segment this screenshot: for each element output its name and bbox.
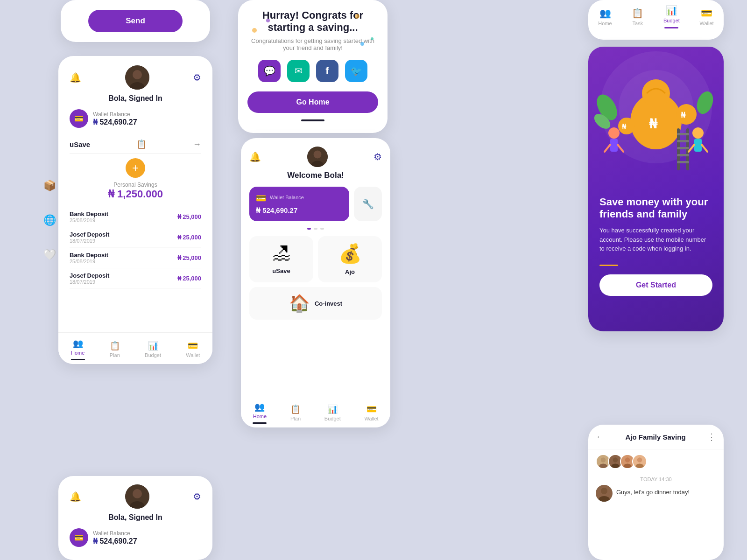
nav-budget[interactable]: 📊 Budget [324, 404, 341, 421]
bnav-wallet-label: Wallet [700, 21, 714, 26]
bnav-task[interactable]: 📋 Task [632, 7, 643, 26]
wallet-balance-card[interactable]: 💳 Wallet Balance ₦ 524,690.27 [249, 187, 349, 221]
personal-savings: Personal Savings ₦ 1,250.000 [70, 182, 201, 200]
secondary-balance-card[interactable]: 🔧 [354, 187, 382, 221]
nav-plan-label: Plan [290, 416, 301, 421]
nav-item-budget[interactable]: 📊 Budget [145, 341, 161, 358]
settings-icon[interactable]: ⚙ [374, 151, 382, 162]
txn-amount: ₦ 25,000 [177, 275, 201, 282]
ajo-feature[interactable]: 💰 Ajo [318, 236, 382, 282]
nav-home[interactable]: 👥 Home [253, 402, 267, 424]
home-indicator-bar [301, 119, 324, 121]
card-ajo: ← Ajo Family Saving ⋮ TODAY 14:30 Guys, … [588, 425, 724, 560]
wallet-icon: 💳 [70, 109, 88, 128]
bell-icon[interactable]: 🔔 [249, 151, 261, 162]
bnav-home[interactable]: 👥 Home [598, 7, 612, 26]
svg-point-4 [313, 150, 321, 158]
svg-rect-23 [610, 139, 618, 152]
wallet-nav-icon: 💳 [188, 341, 198, 351]
active-indicator [664, 27, 678, 28]
txn-label: Bank Deposit [70, 210, 108, 217]
table-row: Josef Deposit18/07/2019 ₦ 25,000 [70, 227, 201, 248]
signed-in-label: Bola, Signed In [70, 513, 201, 522]
nav-item-wallet[interactable]: 💳 Wallet [186, 341, 200, 358]
more-options-button[interactable]: ⋮ [707, 431, 716, 442]
svg-line-24 [605, 145, 610, 152]
home-icon: 👥 [73, 338, 83, 349]
chat-message: Guys, let's go dinner today! [596, 485, 716, 502]
wallet-balance-amount: ₦ 524,690.27 [93, 537, 137, 546]
budget-icon: 📊 [148, 341, 158, 351]
nav-wallet[interactable]: 💳 Wallet [364, 404, 378, 421]
bnav-budget[interactable]: 📊 Budget [663, 5, 680, 28]
nav-label-plan: Plan [110, 352, 120, 358]
send-button[interactable]: Send [88, 10, 183, 32]
wallet-icon: 💳 [70, 528, 88, 547]
purple-illustration: ₦ ₦ ₦ [588, 47, 724, 187]
usave-row[interactable]: uSave 📋 → [70, 135, 201, 154]
bottom-left-content: 🔔 ⚙ Bola, Signed In 💳 Wallet Balance ₦ 5… [58, 476, 212, 547]
svg-text:₦: ₦ [622, 123, 627, 130]
profile-header: 🔔 ⚙ [70, 65, 201, 90]
sidebar-icon-2[interactable]: 🌐 [41, 212, 58, 229]
nav-plan[interactable]: 📋 Plan [290, 404, 301, 421]
sidebar-icon-3[interactable]: 🤍 [41, 246, 58, 263]
svg-point-49 [601, 488, 607, 494]
confetti [266, 19, 270, 22]
sidebar-icon-1[interactable]: 📦 [41, 177, 58, 194]
coinvest-feature[interactable]: 🏠 Co-invest [249, 287, 382, 320]
get-started-button[interactable]: Get Started [599, 274, 712, 296]
pagination-dots [249, 228, 382, 230]
personal-savings-label: Personal Savings [70, 182, 201, 188]
table-row: Josef Deposit18/07/2019 ₦ 25,000 [70, 268, 201, 289]
nav-wallet-label: Wallet [364, 416, 378, 421]
bnav-wallet[interactable]: 💳 Wallet [700, 7, 714, 26]
back-button[interactable]: ← [596, 432, 604, 442]
bell-icon[interactable]: 🔔 [70, 491, 81, 502]
card-budget-nav: 👥 Home 📋 Task 📊 Budget 💳 Wallet [588, 0, 724, 40]
wallet-balance-box: 💳 Wallet Balance ₦ 524,690.27 [70, 109, 201, 128]
card-welcome: 🔔 ⚙ Welcome Bola! 💳 Wallet Balance ₦ 524… [241, 138, 390, 427]
timestamp: TODAY 14:30 [588, 474, 724, 485]
ajo-icon: 💰 [323, 243, 377, 265]
txn-date: 18/07/2019 [70, 238, 109, 244]
svg-rect-18 [677, 140, 689, 142]
usave-feature[interactable]: 🏖 uSave [249, 236, 313, 282]
nav-label-budget: Budget [145, 352, 161, 358]
table-row: Bank Deposit25/08/2019 ₦ 25,000 [70, 248, 201, 268]
share-message-button[interactable]: 💬 [258, 60, 281, 82]
home-icon: 👥 [599, 7, 611, 19]
usave-icon: 📋 [136, 139, 147, 149]
add-button[interactable]: + [126, 158, 145, 178]
svg-point-9 [642, 79, 670, 107]
settings-icon[interactable]: ⚙ [193, 491, 201, 502]
nav-budget-label: Budget [324, 416, 341, 421]
svg-point-26 [692, 127, 704, 139]
bell-icon[interactable]: 🔔 [70, 72, 81, 83]
budget-nav: 👥 Home 📋 Task 📊 Budget 💳 Wallet [588, 0, 724, 33]
arrow-right-icon: → [193, 140, 201, 149]
svg-rect-20 [677, 154, 689, 156]
signed-in-label: Bola, Signed In [70, 94, 201, 103]
bnav-home-label: Home [598, 21, 612, 26]
svg-point-43 [625, 457, 630, 462]
share-email-button[interactable]: ✉ [287, 60, 310, 82]
congrats-subtitle: Congratulations for getting saving start… [247, 37, 378, 51]
nav-label-wallet: Wallet [186, 352, 200, 358]
nav-item-home[interactable]: 👥 Home [71, 338, 85, 360]
share-facebook-button[interactable]: f [316, 60, 338, 82]
txn-amount: ₦ 25,000 [177, 254, 201, 261]
ajo-title: Ajo Family Saving [625, 433, 685, 441]
wallet-balance-amount: ₦ 524,690.27 [93, 118, 137, 126]
settings-icon[interactable]: ⚙ [193, 72, 201, 83]
plan-icon: 📋 [110, 341, 120, 351]
share-twitter-button[interactable]: 🐦 [345, 60, 367, 82]
card-congrats: Hurray! Congrats for starting a saving..… [238, 0, 388, 133]
dot-active [307, 228, 311, 230]
nav-label-home: Home [71, 350, 85, 356]
avatar [125, 65, 149, 90]
task-icon: 📋 [632, 7, 643, 19]
budget-icon: 📊 [327, 404, 338, 414]
go-home-button[interactable]: Go Home [247, 91, 378, 113]
nav-item-plan[interactable]: 📋 Plan [110, 341, 120, 358]
